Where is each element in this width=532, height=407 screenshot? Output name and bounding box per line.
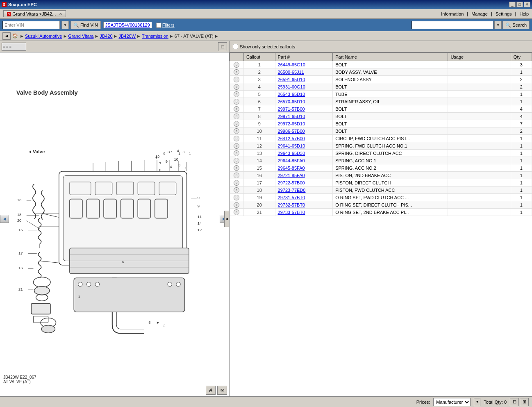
search-dropdown-button[interactable]: ▼ — [494, 21, 502, 29]
cell-usage — [448, 91, 511, 98]
breadcrumb-item-3[interactable]: JB420W — [118, 34, 136, 39]
cell-part-number[interactable]: 29971-65D10 — [275, 113, 333, 120]
row-select-circle[interactable]: ○ — [234, 143, 239, 149]
cell-qty: 1 — [511, 135, 532, 142]
cell-part-number[interactable]: 29732-57BT0 — [275, 201, 333, 209]
col-header-callout: Callout — [243, 53, 275, 61]
breadcrumb-item-4[interactable]: Transmission — [142, 34, 168, 39]
cell-part-number[interactable]: 26500-65J11 — [275, 68, 333, 76]
cell-qty: 1 — [511, 201, 532, 209]
cell-part-number[interactable]: 29723-77ED0 — [275, 186, 333, 194]
show-selected-checkbox[interactable] — [233, 44, 238, 49]
cell-usage — [448, 164, 511, 172]
row-select-circle[interactable]: ○ — [234, 136, 239, 141]
vin-code-display[interactable]: JSAJTD54V00136129 — [103, 22, 152, 28]
tab-close-icon[interactable]: ✕ — [59, 12, 62, 16]
cell-part-number[interactable]: 25931-60G10 — [275, 83, 333, 91]
cell-part-number[interactable]: 29731-57BT0 — [275, 194, 333, 201]
cell-callout: 1 — [243, 61, 275, 68]
cell-part-number[interactable]: 29722-57B00 — [275, 179, 333, 186]
row-select-circle[interactable]: ○ — [234, 158, 239, 164]
cell-part-number[interactable]: 26570-65D10 — [275, 98, 333, 105]
filters-checkbox[interactable] — [156, 23, 161, 28]
filters-link[interactable]: Filters — [162, 23, 175, 27]
svg-line-16 — [40, 261, 59, 263]
row-select-circle[interactable]: ○ — [234, 202, 239, 208]
row-select-circle[interactable]: ○ — [234, 91, 239, 97]
nav-back-button[interactable]: ◄ — [2, 32, 11, 40]
svg-text:8: 8 — [159, 168, 161, 172]
prices-dropdown-button[interactable]: ▼ — [474, 398, 480, 406]
cell-qty: 2 — [511, 127, 532, 135]
row-select-circle[interactable]: ○ — [234, 187, 239, 193]
cell-part-number[interactable]: 29644-85FA0 — [275, 157, 333, 164]
email-icon-button[interactable]: ✉ — [217, 386, 227, 395]
row-select-circle[interactable]: ○ — [234, 99, 239, 105]
show-selected-label[interactable]: Show only selected callouts — [233, 44, 295, 49]
row-select-circle[interactable]: ○ — [234, 114, 239, 119]
vin-dropdown-button[interactable]: ▼ — [61, 21, 69, 29]
breadcrumb-item-0[interactable]: Suzuki Automotive — [25, 34, 62, 39]
cell-part-number[interactable]: 29972-65D10 — [275, 120, 333, 127]
diagram-nav-left[interactable]: ◄ — [0, 215, 9, 223]
breadcrumb-item-2[interactable]: JB420 — [100, 34, 112, 39]
cell-part-number[interactable]: 29971-57B00 — [275, 105, 333, 113]
row-select-circle[interactable]: ○ — [234, 180, 239, 186]
vin-input[interactable] — [2, 21, 60, 29]
breadcrumb-item-1[interactable]: Grand Vitara — [68, 34, 93, 39]
row-select-circle[interactable]: ○ — [234, 84, 239, 90]
diagram-panel: ≡ ≡ ≡ □ ◄ ► Valve Body Assembly — [0, 41, 230, 396]
row-select-circle[interactable]: ○ — [234, 62, 239, 68]
cell-part-number[interactable]: 29645-85FA0 — [275, 164, 333, 172]
table-row: ○2029732-57BT0O RING SET, DIRECT CLUTCH … — [230, 201, 532, 209]
row-select-circle[interactable]: ○ — [234, 195, 239, 200]
cell-part-number[interactable]: 26449-65G10 — [275, 61, 333, 68]
row-select-circle[interactable]: ○ — [234, 121, 239, 127]
filters-check-area: Filters — [156, 23, 175, 28]
svg-point-49 — [78, 282, 82, 286]
cell-callout: 12 — [243, 142, 275, 150]
maximize-button[interactable]: □ — [516, 2, 523, 7]
row-select-circle[interactable]: ○ — [234, 173, 239, 178]
row-select-circle[interactable]: ○ — [234, 106, 239, 112]
row-select-circle[interactable]: ○ — [234, 150, 239, 156]
search-input[interactable] — [412, 21, 493, 29]
table-row: ○2129733-57BT0O RING SET, 2ND BRAKE ACC … — [230, 209, 532, 216]
svg-text:10: 10 — [174, 157, 178, 161]
size-normal-button[interactable]: ⊟ — [510, 398, 519, 406]
menu-information[interactable]: Information — [441, 11, 464, 16]
table-row: ○425931-60G10BOLT2 — [230, 83, 532, 91]
row-select-circle[interactable]: ○ — [234, 77, 239, 82]
menu-settings[interactable]: Settings — [496, 11, 512, 16]
cell-part-number[interactable]: 29986-57B00 — [275, 127, 333, 135]
collapse-handle[interactable]: ◄ — [224, 211, 229, 227]
cell-part-number[interactable]: 29721-85FA0 — [275, 172, 333, 179]
cell-usage — [448, 83, 511, 91]
cell-part-number[interactable]: 26543-65D10 — [275, 91, 333, 98]
size-full-button[interactable]: ⊞ — [520, 398, 529, 406]
close-button[interactable]: ✕ — [524, 2, 530, 7]
cell-part-number[interactable]: 26591-65D10 — [275, 76, 333, 83]
cell-part-number[interactable]: 29643-65D30 — [275, 150, 333, 157]
find-vin-button[interactable]: 🔍 Find VIN — [70, 21, 101, 29]
cell-part-number[interactable]: 29733-57BT0 — [275, 209, 333, 216]
row-select-circle[interactable]: ○ — [234, 69, 239, 75]
home-icon[interactable]: 🏠 — [11, 32, 19, 40]
menu-help[interactable]: Help — [519, 11, 529, 16]
minimize-button[interactable]: _ — [509, 2, 516, 7]
search-button[interactable]: 🔍 Search — [502, 21, 530, 29]
cell-usage — [448, 127, 511, 135]
print-icon-button[interactable]: 🖨 — [206, 386, 216, 395]
active-tab[interactable]: S Grand Vitara >JB42... ✕ — [3, 10, 66, 17]
row-select-circle[interactable]: ○ — [234, 165, 239, 171]
menu-manage[interactable]: Manage — [471, 11, 488, 16]
prices-select[interactable]: Manufacturer — [433, 398, 471, 406]
cell-part-name: BOLT — [333, 113, 448, 120]
cell-part-number[interactable]: 26412-57B00 — [275, 135, 333, 142]
app-title-text: Snap-on EPC — [8, 2, 37, 7]
row-select-circle[interactable]: ○ — [234, 128, 239, 134]
row-select-circle[interactable]: ○ — [234, 209, 239, 215]
cell-part-number[interactable]: 29641-65D10 — [275, 142, 333, 150]
parts-table-container[interactable]: Callout Part # Part Name Usage Qty ○1264… — [230, 52, 532, 396]
expand-button[interactable]: □ — [218, 42, 227, 51]
